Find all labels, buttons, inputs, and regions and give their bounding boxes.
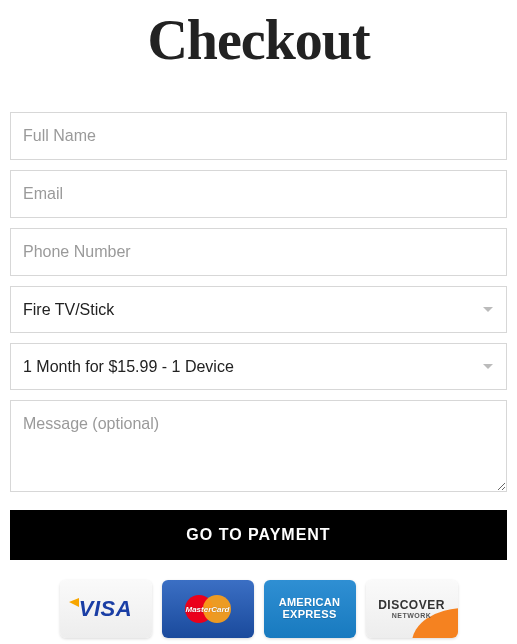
mastercard-card-icon: MasterCard [162,580,254,638]
payment-cards-row: VISA MasterCard AMERICAN EXPRESS DISCOVE… [10,580,507,638]
device-select[interactable]: Fire TV/Stick [10,286,507,333]
phone-input[interactable] [10,228,507,276]
visa-label: VISA [79,596,132,622]
discover-sub-label: NETWORK [392,612,432,619]
visa-card-icon: VISA [60,580,152,638]
amex-card-icon: AMERICAN EXPRESS [264,580,356,638]
message-textarea[interactable] [10,400,507,492]
device-select-wrap: Fire TV/Stick [10,286,507,333]
email-input[interactable] [10,170,507,218]
page-title: Checkout [10,8,507,72]
plan-select-wrap: 1 Month for $15.99 - 1 Device [10,343,507,390]
fullname-input[interactable] [10,112,507,160]
amex-label-2: EXPRESS [282,609,336,621]
go-to-payment-button[interactable]: GO TO PAYMENT [10,510,507,560]
mastercard-label: MasterCard [185,605,229,614]
discover-label: DISCOVER [378,599,445,611]
plan-select[interactable]: 1 Month for $15.99 - 1 Device [10,343,507,390]
discover-card-icon: DISCOVER NETWORK [366,580,458,638]
